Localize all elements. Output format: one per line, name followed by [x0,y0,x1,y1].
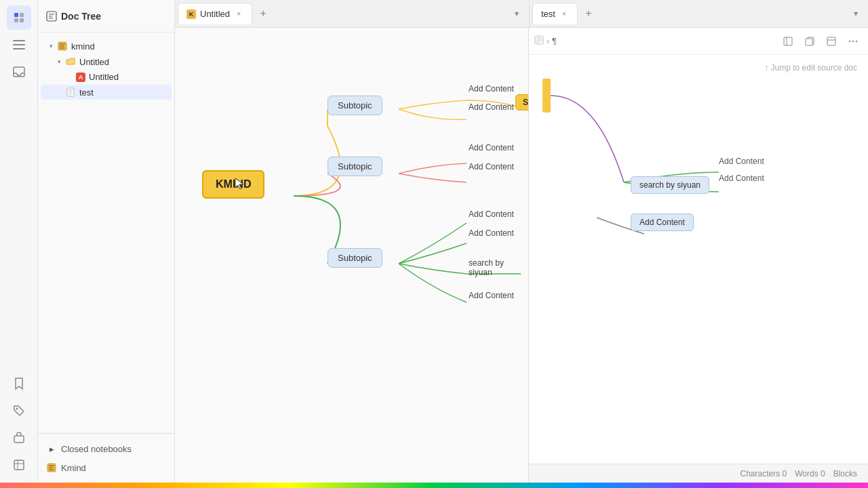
doc-add-content-1: Add Content [719,157,764,166]
leaf-add-content-1: Add Content [469,84,514,94]
untitled-folder-icon [65,56,76,67]
svg-point-21 [856,40,857,41]
sidebar-title: Doc Tree [61,11,101,22]
blocks-count: Blocks [833,469,857,479]
kmind-arrow: ▾ [46,41,56,51]
untitled-folder-label: Untitled [79,57,109,67]
subtopic-1-label: Subtopic [338,100,372,110]
tree-item-untitled-doc[interactable]: ▸ A Untitled [41,70,172,84]
doc-content[interactable]: ↑ Jump to edit source doc [529,55,868,464]
kmind-notebook-footer-label: Kmind [61,463,86,473]
sidebar-header: Doc Tree [38,0,174,33]
svg-rect-1 [20,13,24,17]
doc-search-siyuan-node[interactable]: search by siyuan [631,174,709,197]
words-count: Words 0 [795,469,825,479]
doc-pane-header: › ¶ [529,28,868,55]
svg-rect-9 [14,436,24,443]
right-tab-dropdown[interactable]: ▾ [846,4,865,23]
subtopic-node-1[interactable]: Subtopic [328,96,382,115]
doc-tree-rail-icon[interactable] [7,5,31,30]
characters-count: Characters 0 [740,469,787,479]
left-tab-label: Untitled [200,9,230,19]
closed-notebooks-item[interactable]: ▸ Closed notebooks [38,439,174,458]
right-tab-label: test [541,9,555,19]
doc-tree-header-icon [46,11,57,22]
right-tab-bar: test × + ▾ [529,0,868,27]
left-tab-dropdown[interactable]: ▾ [507,4,526,23]
doc-breadcrumb: › ¶ [534,35,557,47]
mindmap-pane[interactable]: KMIND Subtopic Subtopic Subtopic Add Con… [175,28,529,483]
sum-node[interactable]: Sum [515,94,529,110]
closed-notebooks-arrow-icon: ▸ [46,443,57,454]
doc-add-content-2: Add Content [719,174,764,183]
doc-mindmap-svg [542,68,854,340]
bookmark-rail-icon[interactable] [7,371,31,396]
kmind-notebook-item[interactable]: Kmind [38,458,174,477]
test-label: test [79,87,94,98]
icon-rail [0,0,38,483]
tree-item-kmind[interactable]: ▾ kmind [41,39,172,54]
tree-item-test[interactable]: ▸ test [41,85,172,100]
svg-point-19 [849,40,850,41]
doc-sidebar-toggle[interactable] [778,32,797,51]
svg-rect-5 [13,44,25,45]
untitled-folder-arrow: ▾ [54,57,64,66]
breadcrumb-arrow: › [547,37,549,46]
svg-rect-22 [542,79,551,113]
left-tab-close[interactable]: × [234,9,243,19]
kmind-notebook-footer-icon [46,462,57,473]
svg-rect-6 [13,48,25,49]
breadcrumb-paragraph: ¶ [552,36,557,46]
subtopic-node-3[interactable]: Subtopic [328,248,382,268]
tab-bars-row: K Untitled × + ▾ test × + ▾ [175,0,868,28]
subtopic-2-label: Subtopic [338,161,372,171]
kmind-label: kmind [71,41,95,52]
right-tab-add[interactable]: + [579,4,598,23]
subtopic-3-label: Subtopic [338,253,372,263]
doc-copy-action[interactable] [800,32,819,51]
rail-bottom [7,371,31,483]
doc-more-action[interactable] [844,32,863,51]
svg-rect-4 [13,40,25,41]
left-tab-add[interactable]: + [254,4,273,23]
svg-rect-2 [14,18,18,22]
doc-mindmap-area: search by siyuan Add Content Add Content… [542,68,854,340]
svg-point-8 [16,408,18,410]
right-tab-close[interactable]: × [559,9,569,19]
untitled-doc-label: Untitled [89,72,119,82]
leaf-add-content-5: Add Content [469,209,514,219]
closed-notebooks-label: Closed notebooks [61,444,132,454]
inbox-rail-icon[interactable] [7,60,31,84]
doc-pane: › ¶ [529,28,868,483]
test-doc-icon [65,87,76,98]
tag-rail-icon[interactable] [7,399,31,423]
left-tab-untitled[interactable]: K Untitled × [178,3,252,24]
leaf-add-content-6: Add Content [469,228,514,238]
breadcrumb-doc-icon [534,35,544,47]
leaf-add-content-2: Add Content [469,102,514,112]
right-tab-test[interactable]: test × [532,3,578,24]
svg-rect-17 [806,39,812,45]
kmind-central-node[interactable]: KMIND [202,170,264,199]
doc-window-action[interactable] [822,32,841,51]
kmind-notebook-icon [57,41,68,52]
svg-point-20 [852,40,854,41]
leaf-search-siyuan: search by siyuan [469,258,528,277]
sidebar-footer: ▸ Closed notebooks Kmind [38,433,174,483]
frame-rail-icon[interactable] [7,453,31,477]
svg-rect-10 [14,460,24,470]
left-tab-bar: K Untitled × + ▾ [175,0,529,27]
kmind-node-label: KMIND [216,178,251,190]
leaf-add-content-4: Add Content [469,162,514,171]
left-tab-k-icon: K [186,9,196,19]
tree-item-untitled-folder[interactable]: ▾ Untitled [41,54,172,69]
svg-rect-0 [14,13,18,17]
subtopic-node-2[interactable]: Subtopic [328,157,382,176]
plugin-rail-icon[interactable] [7,426,31,450]
sidebar: Doc Tree ▾ kmind ▾ [38,0,175,483]
svg-rect-18 [827,37,835,45]
hamburger-rail-icon[interactable] [7,33,31,57]
content-split: KMIND Subtopic Subtopic Subtopic Add Con… [175,28,868,483]
doc-add-content-node[interactable]: Add Content [631,211,694,234]
bottom-gradient-bar [0,483,868,488]
